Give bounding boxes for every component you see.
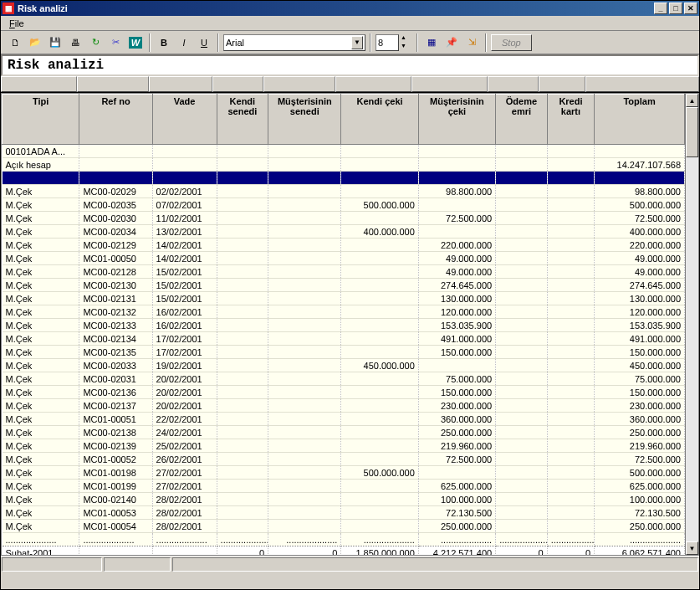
menu-file[interactable]: File bbox=[4, 18, 29, 29]
tab-cell[interactable] bbox=[335, 76, 411, 92]
cell: M.Çek bbox=[3, 265, 79, 279]
separator-icon bbox=[416, 33, 418, 52]
group-row[interactable]: 00101ADA A... bbox=[3, 145, 685, 158]
close-button[interactable]: ✕ bbox=[684, 3, 697, 14]
table-row[interactable]: M.ÇekMC00-0203011/02/200172.500.00072.50… bbox=[3, 212, 685, 225]
table-row[interactable]: M.ÇekMC00-0202902/02/200198.800.00098.80… bbox=[3, 185, 685, 198]
col-refno[interactable]: Ref no bbox=[79, 95, 152, 145]
open-icon[interactable]: 📂 bbox=[26, 33, 44, 52]
table-row[interactable]: M.ÇekMC00-0213925/02/2001219.960.000219.… bbox=[3, 439, 685, 453]
tab-cell[interactable] bbox=[263, 76, 335, 92]
minimize-button[interactable]: _ bbox=[654, 3, 667, 14]
vertical-scrollbar[interactable]: ▲ ▼ bbox=[685, 94, 698, 555]
col-kendi-ceki[interactable]: Kendi çeki bbox=[341, 95, 418, 145]
table-row[interactable]: M.ÇekMC00-0214028/02/2001100.000.000100.… bbox=[3, 493, 685, 506]
cell bbox=[268, 265, 341, 279]
scroll-track[interactable] bbox=[686, 107, 698, 541]
col-kredi-karti[interactable]: Kredi kartı bbox=[547, 95, 594, 145]
bold-icon[interactable]: B bbox=[155, 33, 173, 52]
tab-cell[interactable] bbox=[539, 76, 585, 92]
table-row[interactable]: M.ÇekMC00-0213417/02/2001491.000.000491.… bbox=[3, 332, 685, 346]
table-row[interactable]: M.ÇekMC00-0203319/02/2001450.000.000450.… bbox=[3, 359, 685, 372]
tab-cell[interactable] bbox=[488, 76, 539, 92]
font-name-select[interactable]: Arial ▼ bbox=[223, 34, 365, 51]
pin-icon[interactable]: 📌 bbox=[442, 33, 461, 52]
table-row[interactable]: M.ÇekMC00-0213216/02/2001120.000.000120.… bbox=[3, 305, 685, 319]
tab-cell[interactable] bbox=[585, 76, 699, 92]
cell bbox=[341, 212, 418, 225]
table-row[interactable]: M.ÇekMC00-0213115/02/2001130.000.000130.… bbox=[3, 292, 685, 305]
dropdown-icon[interactable]: ▼ bbox=[351, 36, 363, 49]
col-kendi-senedi[interactable]: Kendi senedi bbox=[217, 95, 268, 145]
summary-row[interactable]: Şubat-2001 ...001.850.000.0004.212.571.4… bbox=[3, 546, 685, 556]
table-row[interactable]: M.ÇekMC00-0213316/02/2001153.035.900153.… bbox=[3, 319, 685, 332]
tab-cell[interactable] bbox=[149, 76, 212, 92]
refresh-icon[interactable]: ↻ bbox=[86, 33, 105, 52]
font-name-value: Arial bbox=[226, 38, 244, 48]
table-row[interactable]: M.ÇekMC00-0213620/02/2001150.000.000150.… bbox=[3, 386, 685, 399]
cell bbox=[217, 359, 268, 372]
cell bbox=[547, 346, 594, 359]
cell bbox=[547, 265, 594, 279]
grid-icon[interactable]: ▦ bbox=[422, 33, 441, 52]
col-tipi[interactable]: Tipi bbox=[3, 95, 79, 145]
export-icon[interactable]: ⇲ bbox=[462, 33, 481, 52]
cell: 230.000.000 bbox=[595, 399, 685, 413]
maximize-button[interactable]: □ bbox=[669, 3, 682, 14]
table-row[interactable]: M.ÇekMC00-0213720/02/2001230.000.000230.… bbox=[3, 399, 685, 413]
spinner-up-icon[interactable]: ▲ bbox=[401, 34, 412, 43]
cell: 450.000.000 bbox=[341, 359, 418, 372]
acik-hesap-row[interactable]: Açık hesap 14.247.107.568 bbox=[3, 158, 685, 172]
cell bbox=[341, 520, 418, 533]
underline-icon[interactable]: U bbox=[195, 33, 213, 52]
cell bbox=[217, 198, 268, 212]
scroll-down-icon[interactable]: ▼ bbox=[686, 541, 698, 555]
cell bbox=[341, 493, 418, 506]
column-tabs bbox=[1, 76, 699, 93]
scroll-thumb[interactable] bbox=[686, 107, 698, 157]
col-musterisinin-senedi[interactable]: Müşterisinin senedi bbox=[268, 95, 341, 145]
col-toplam[interactable]: Toplam bbox=[595, 95, 685, 145]
table-row[interactable]: M.ÇekMC01-0005428/02/2001250.000.000250.… bbox=[3, 520, 685, 533]
save-icon[interactable]: 💾 bbox=[46, 33, 64, 52]
table-row[interactable]: M.ÇekMC00-0212815/02/200149.000.00049.00… bbox=[3, 265, 685, 279]
table-row[interactable]: M.ÇekMC00-0203507/02/2001500.000.000500.… bbox=[3, 198, 685, 212]
cut-icon[interactable]: ✂ bbox=[106, 33, 125, 52]
cell bbox=[496, 319, 548, 332]
col-odeme-emri[interactable]: Ödeme emri bbox=[496, 95, 548, 145]
table-row[interactable]: M.ÇekMC00-0213015/02/2001274.645.000274.… bbox=[3, 279, 685, 292]
word-icon[interactable]: W bbox=[126, 33, 145, 52]
cell: 150.000.000 bbox=[595, 386, 685, 399]
print-icon[interactable]: 🖶 bbox=[66, 33, 84, 52]
new-icon[interactable]: 🗋 bbox=[6, 33, 24, 52]
col-musterisinin-ceki[interactable]: Müşterisinin çeki bbox=[418, 95, 495, 145]
selected-row[interactable] bbox=[3, 172, 685, 185]
tab-cell[interactable] bbox=[77, 76, 149, 92]
spinner-down-icon[interactable]: ▼ bbox=[401, 43, 412, 51]
tab-cell[interactable] bbox=[411, 76, 488, 92]
font-size-input[interactable]: 8 bbox=[376, 34, 399, 51]
table-row[interactable]: M.ÇekMC01-0005226/02/200172.500.00072.50… bbox=[3, 453, 685, 466]
table-row[interactable]: M.ÇekMC01-0019927/02/2001625.000.000625.… bbox=[3, 480, 685, 493]
tab-cell[interactable] bbox=[1, 76, 77, 92]
table-row[interactable]: M.ÇekMC01-0019827/02/2001500.000.000500.… bbox=[3, 466, 685, 480]
cell: MC00-02132 bbox=[79, 305, 152, 319]
cell: M.Çek bbox=[3, 413, 79, 426]
table-row[interactable]: M.ÇekMC01-0005122/02/2001360.000.000360.… bbox=[3, 413, 685, 426]
cell bbox=[341, 239, 418, 252]
table-row[interactable]: M.ÇekMC01-0005328/02/200172.130.50072.13… bbox=[3, 506, 685, 520]
table-row[interactable]: M.ÇekMC01-0005014/02/200149.000.00049.00… bbox=[3, 252, 685, 265]
tab-cell[interactable] bbox=[212, 76, 263, 92]
table-row[interactable]: M.ÇekMC00-0212914/02/2001220.000.000220.… bbox=[3, 239, 685, 252]
scroll-up-icon[interactable]: ▲ bbox=[686, 94, 698, 107]
italic-icon[interactable]: I bbox=[175, 33, 193, 52]
table-row[interactable]: M.ÇekMC00-0203120/02/200175.000.00075.00… bbox=[3, 372, 685, 386]
cell: M.Çek bbox=[3, 506, 79, 520]
stop-button[interactable]: Stop bbox=[491, 34, 532, 51]
table-row[interactable]: M.ÇekMC00-0213517/02/2001150.000.000150.… bbox=[3, 346, 685, 359]
table-row[interactable]: M.ÇekMC00-0203413/02/2001400.000.000400.… bbox=[3, 225, 685, 239]
col-vade[interactable]: Vade bbox=[152, 95, 217, 145]
cell: MC00-02130 bbox=[79, 279, 152, 292]
cell: 274.645.000 bbox=[418, 279, 495, 292]
table-row[interactable]: M.ÇekMC00-0213824/02/2001250.000.000250.… bbox=[3, 426, 685, 439]
